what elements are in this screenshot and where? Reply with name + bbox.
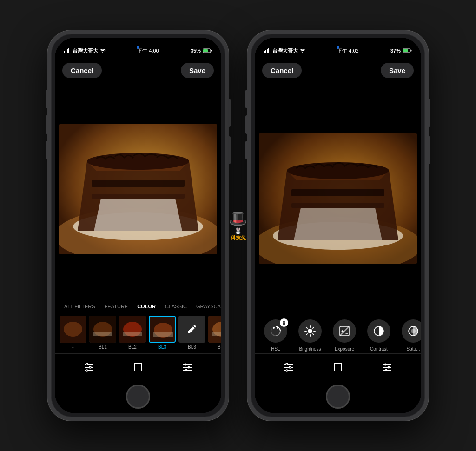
- filter-tool-btn-right[interactable]: [280, 358, 298, 378]
- cancel-button-right[interactable]: Cancel: [262, 63, 302, 78]
- svg-rect-36: [134, 364, 142, 371]
- svg-rect-43: [264, 51, 265, 53]
- sliders-icon-right: [381, 361, 393, 373]
- save-button-left[interactable]: Save: [181, 63, 214, 78]
- filter-thumb-bl2: [119, 316, 146, 343]
- adjust-tools-panel: HSL: [255, 315, 421, 353]
- svg-point-60: [308, 329, 312, 333]
- bottom-toolbar-right: [255, 353, 421, 382]
- brightness-icon: [304, 325, 316, 337]
- phone-frame-left: 台灣大哥大 下午 4:00 35%: [47, 30, 229, 421]
- exposure-icon: [338, 325, 350, 337]
- tab-classic[interactable]: CLASSIC: [160, 301, 192, 312]
- contrast-label: Contrast: [370, 346, 388, 352]
- svg-point-88: [385, 369, 388, 371]
- adjust-tool-btn-left[interactable]: [178, 358, 196, 378]
- status-carrier-left: 台灣大哥大: [64, 47, 106, 54]
- phone-right: 台灣大哥大 下午 4:02 37%: [247, 30, 429, 421]
- signal-icon-right: [264, 48, 271, 53]
- svg-rect-3: [68, 48, 69, 53]
- hsl-lock-badge: [280, 318, 288, 327]
- tab-color[interactable]: COLOR: [132, 301, 160, 312]
- svg-rect-54: [291, 189, 384, 196]
- svg-rect-82: [334, 364, 342, 371]
- svg-rect-81: [286, 370, 288, 371]
- svg-rect-12: [92, 194, 185, 199]
- watermark-rabbit-icon: 🐰: [234, 227, 242, 234]
- contrast-icon: [373, 325, 385, 337]
- adjust-brightness[interactable]: Brightness: [293, 319, 327, 352]
- svg-point-10: [87, 153, 189, 170]
- signal-icon: [64, 48, 71, 53]
- brightness-icon-wrap: [298, 319, 322, 343]
- filter-label-bl1: BL1: [99, 345, 107, 350]
- svg-rect-34: [89, 366, 91, 368]
- status-time-left: 下午 4:00: [137, 47, 159, 54]
- phone-screen-right: 台灣大哥大 下午 4:02 37%: [255, 38, 421, 413]
- watermark: 🎩 🐰 科技兔: [229, 210, 247, 241]
- svg-rect-17: [93, 332, 112, 336]
- filter-bl3[interactable]: BL3: [149, 316, 176, 350]
- filter-bl1[interactable]: BL1: [89, 316, 116, 350]
- svg-rect-0: [64, 51, 65, 53]
- svg-rect-5: [211, 50, 212, 52]
- tab-grayscale[interactable]: GRAYSCAL: [192, 301, 221, 312]
- svg-rect-79: [286, 363, 288, 365]
- cake-photo-right: [259, 133, 417, 264]
- bottom-toolbar-left: [55, 353, 221, 382]
- filter-label-pencil: BL3: [188, 345, 196, 350]
- save-button-right[interactable]: Save: [381, 63, 414, 78]
- svg-point-57: [273, 327, 275, 329]
- contrast-icon-wrap: [367, 319, 390, 343]
- home-button-right[interactable]: [326, 385, 350, 409]
- svg-point-41: [188, 366, 190, 369]
- saturation-icon: [407, 325, 419, 337]
- filter-bl4[interactable]: BL4: [208, 316, 221, 350]
- adjust-hsl[interactable]: HSL: [258, 319, 293, 352]
- lock-icon: [282, 320, 286, 325]
- cake-svg-left: [59, 124, 217, 254]
- battery-icon-right: [403, 48, 412, 53]
- phone-frame-right: 台灣大哥大 下午 4:02 37%: [247, 30, 429, 421]
- filter-bl2[interactable]: BL2: [119, 316, 146, 350]
- crop-tool-btn-left[interactable]: [129, 358, 147, 378]
- svg-point-86: [384, 364, 387, 366]
- sliders-icon: [181, 361, 193, 373]
- adjust-tool-btn-right[interactable]: [378, 358, 396, 378]
- status-time-right: 下午 4:02: [337, 47, 358, 54]
- crop-icon-right: [332, 361, 344, 373]
- svg-point-87: [388, 366, 390, 369]
- photo-area-right: [255, 82, 421, 315]
- tab-all-filters[interactable]: ALL FILTERS: [60, 301, 100, 312]
- svg-point-42: [185, 369, 188, 371]
- filter-tool-btn-left[interactable]: [80, 358, 98, 378]
- filter-none[interactable]: -: [60, 316, 86, 350]
- phone-left: 台灣大哥大 下午 4:00 35%: [47, 30, 229, 421]
- svg-line-68: [306, 334, 307, 335]
- svg-rect-44: [265, 50, 266, 53]
- filter-icon-right: [283, 361, 295, 373]
- status-carrier-right: 台灣大哥大: [264, 47, 305, 54]
- cake-svg-right: [259, 133, 417, 264]
- filter-thumb-bl1: [89, 316, 116, 343]
- svg-rect-49: [403, 49, 408, 52]
- filter-label-none: -: [72, 345, 73, 350]
- svg-rect-35: [86, 370, 88, 371]
- adjust-exposure[interactable]: Exposure: [327, 319, 362, 352]
- filter-bl3-pencil[interactable]: BL3: [178, 316, 205, 350]
- filter-thumb-bl4: [208, 316, 221, 343]
- svg-line-67: [313, 327, 314, 328]
- svg-point-40: [185, 364, 187, 366]
- crop-tool-btn-right[interactable]: [329, 358, 347, 378]
- svg-point-75: [411, 329, 416, 333]
- tab-feature[interactable]: FEATURE: [100, 301, 133, 312]
- watermark-hat-icon: 🎩: [229, 210, 247, 227]
- cancel-button-left[interactable]: Cancel: [62, 63, 102, 78]
- filter-label-bl3: BL3: [158, 345, 166, 350]
- svg-rect-59: [283, 323, 285, 325]
- svg-point-58: [277, 327, 278, 329]
- adjust-contrast[interactable]: Contrast: [362, 319, 396, 352]
- home-button-left[interactable]: [126, 385, 150, 409]
- filter-icon: [83, 361, 95, 373]
- adjust-saturation[interactable]: Satu...: [396, 319, 421, 352]
